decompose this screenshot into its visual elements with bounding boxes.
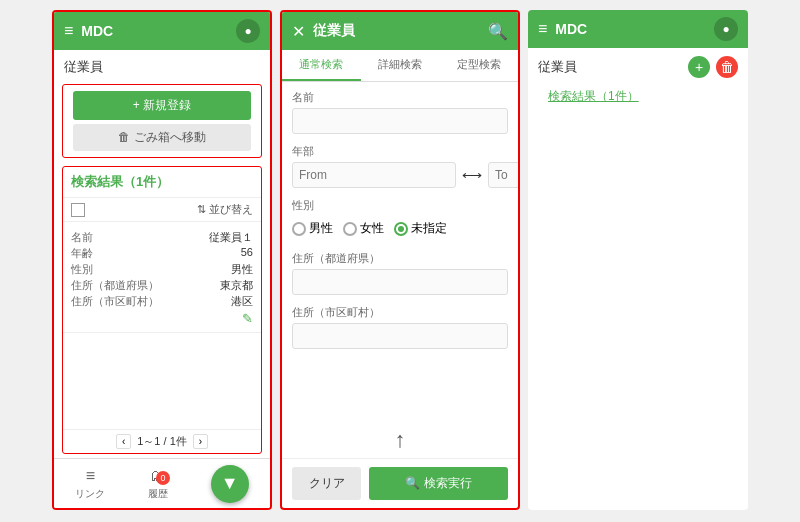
age-form-label: 年部 [292, 144, 508, 159]
gender-form-label: 性別 [292, 198, 508, 213]
address2-label: 住所（市区町村） [71, 294, 159, 309]
name-form-label: 名前 [292, 90, 508, 105]
left-page-title: 従業員 [54, 50, 270, 80]
sort-label: 並び替え [209, 202, 253, 217]
gender-unspecified-label: 未指定 [411, 220, 447, 237]
right-panel: ≡ MDC ● 従業員 + 🗑 検索結果（1件） [528, 10, 748, 510]
clear-button[interactable]: クリア [292, 467, 361, 500]
gender-male-label: 男性 [309, 220, 333, 237]
name-label: 名前 [71, 230, 93, 245]
nav-archive[interactable]: 🗂 0 履歴 [148, 467, 168, 501]
right-page-title-bar: 従業員 + 🗑 [528, 48, 748, 82]
gender-value: 男性 [231, 262, 253, 277]
middle-panel: ✕ 従業員 🔍 通常検索 詳細検索 定型検索 名前 年部 ⟷ 性別 男性 [280, 10, 520, 510]
close-button[interactable]: ✕ [292, 22, 305, 41]
gender-female-label: 女性 [360, 220, 384, 237]
edit-icon[interactable]: ✎ [242, 311, 253, 326]
gender-unspecified-radio[interactable] [394, 222, 408, 236]
pagination-area: ‹ 1～1 / 1件 › [63, 429, 261, 453]
right-results-link[interactable]: 検索結果（1件） [538, 85, 649, 107]
nav-link[interactable]: ≡ リンク [75, 467, 105, 501]
left-avatar-icon[interactable]: ● [236, 19, 260, 43]
prefecture-input[interactable] [292, 269, 508, 295]
right-delete-button[interactable]: 🗑 [716, 56, 738, 78]
filter-fab-button[interactable]: ▼ [211, 465, 249, 503]
next-page-button[interactable]: › [193, 434, 208, 449]
prev-page-button[interactable]: ‹ [116, 434, 131, 449]
address2-value: 港区 [231, 294, 253, 309]
right-add-button[interactable]: + [688, 56, 710, 78]
age-from-input[interactable] [292, 162, 456, 188]
age-to-input[interactable] [488, 162, 518, 188]
right-results-area: 検索結果（1件） [528, 82, 748, 109]
sort-bar: ⇅ 並び替え [63, 198, 261, 222]
results-header: 検索結果（1件） [63, 167, 261, 198]
right-action-icons: + 🗑 [688, 56, 738, 78]
action-area: + 新規登録 🗑 ごみ箱へ移動 [62, 84, 262, 158]
page-info: 1～1 / 1件 [137, 434, 187, 449]
name-value: 従業員１ [209, 230, 253, 245]
search-tabs: 通常検索 詳細検索 定型検索 [282, 50, 518, 82]
tab-preset-search[interactable]: 定型検索 [439, 50, 518, 81]
age-value: 56 [241, 246, 253, 261]
middle-title: 従業員 [313, 22, 480, 40]
middle-header: ✕ 従業員 🔍 [282, 12, 518, 50]
city-group: 住所（市区町村） [292, 305, 508, 349]
right-header: ≡ MDC ● [528, 10, 748, 48]
tab-detail-search[interactable]: 詳細検索 [361, 50, 440, 81]
left-panel: ≡ MDC ● 従業員 + 新規登録 🗑 ごみ箱へ移動 検索結果（1件） ⇅ 並… [52, 10, 272, 510]
age-group: 年部 ⟷ [292, 144, 508, 188]
gender-radio-group: 男性 女性 未指定 [292, 216, 508, 241]
left-header: ≡ MDC ● [54, 12, 270, 50]
filter-icon: ▼ [221, 473, 239, 494]
gender-label: 性別 [71, 262, 93, 277]
left-title: MDC [81, 23, 236, 39]
right-avatar-icon[interactable]: ● [714, 17, 738, 41]
prefecture-group: 住所（都道府県） [292, 251, 508, 295]
middle-search-icon[interactable]: 🔍 [488, 22, 508, 41]
search-execute-button[interactable]: 🔍 検索実行 [369, 467, 508, 500]
link-label: リンク [75, 487, 105, 501]
gender-unspecified-option[interactable]: 未指定 [394, 220, 447, 237]
city-form-label: 住所（市区町村） [292, 305, 508, 320]
sort-button[interactable]: ⇅ 並び替え [197, 202, 253, 217]
trash-button[interactable]: 🗑 ごみ箱へ移動 [73, 124, 251, 151]
right-menu-icon[interactable]: ≡ [538, 20, 547, 38]
left-menu-icon[interactable]: ≡ [64, 22, 73, 40]
search-form: 名前 年部 ⟷ 性別 男性 女性 [282, 82, 518, 458]
gender-male-radio[interactable] [292, 222, 306, 236]
gender-group: 性別 男性 女性 未指定 [292, 198, 508, 241]
city-input[interactable] [292, 323, 508, 349]
bottom-nav: ≡ リンク 🗂 0 履歴 ▼ [54, 458, 270, 508]
name-group: 名前 [292, 90, 508, 134]
age-label: 年齢 [71, 246, 93, 261]
name-input[interactable] [292, 108, 508, 134]
form-actions: クリア 🔍 検索実行 [282, 458, 518, 508]
age-range: ⟷ [292, 162, 508, 188]
age-arrow-icon: ⟷ [462, 167, 482, 183]
right-title: MDC [555, 21, 714, 37]
address1-value: 東京都 [220, 278, 253, 293]
new-reg-button[interactable]: + 新規登録 [73, 91, 251, 120]
archive-label: 履歴 [148, 487, 168, 501]
sort-icon: ⇅ [197, 203, 206, 216]
address1-label: 住所（都道府県） [71, 278, 159, 293]
link-icon: ≡ [86, 467, 95, 485]
result-item: 名前 従業員１ 年齢 56 性別 男性 住所（都道府県） 東京都 住所（市区町村… [63, 222, 261, 333]
tab-normal-search[interactable]: 通常検索 [282, 50, 361, 81]
gender-male-option[interactable]: 男性 [292, 220, 333, 237]
archive-badge: 0 [156, 471, 170, 485]
right-page-title: 従業員 [538, 58, 577, 76]
results-area: 検索結果（1件） ⇅ 並び替え 名前 従業員１ 年齢 56 性別 男性 [62, 166, 262, 454]
gender-female-option[interactable]: 女性 [343, 220, 384, 237]
prefecture-form-label: 住所（都道府県） [292, 251, 508, 266]
select-all-checkbox[interactable] [71, 203, 85, 217]
gender-female-radio[interactable] [343, 222, 357, 236]
